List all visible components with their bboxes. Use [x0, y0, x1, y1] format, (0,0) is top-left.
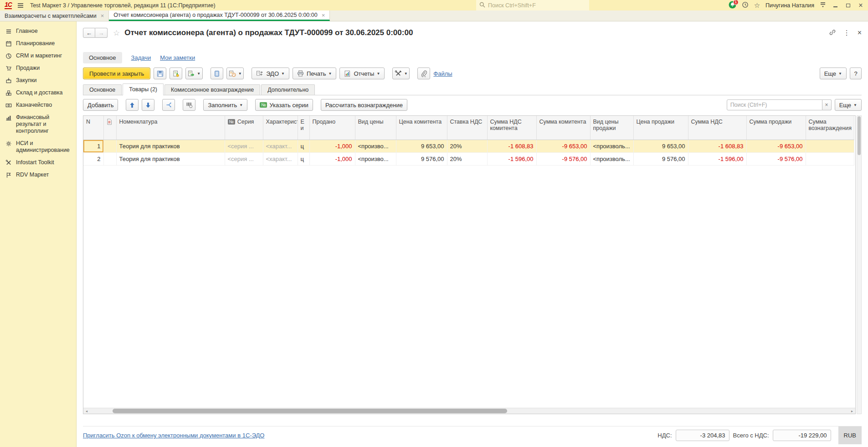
- move-down-button[interactable]: [142, 99, 154, 111]
- scroll-thumb[interactable]: [113, 409, 507, 413]
- sidebar-item-sales[interactable]: Продажи: [0, 62, 76, 74]
- column-header-vat_sum[interactable]: Сумма НДС: [688, 116, 746, 140]
- tab-close-icon[interactable]: ×: [322, 12, 325, 19]
- user-name[interactable]: Пичугина Наталия: [765, 2, 814, 9]
- more-button[interactable]: Еще▼: [820, 68, 847, 79]
- tools-button[interactable]: ▼: [392, 68, 410, 79]
- fill-button[interactable]: Заполнить▼: [203, 99, 247, 111]
- close-window-button[interactable]: ×: [857, 0, 864, 10]
- cell-sold[interactable]: -1,000: [309, 140, 355, 152]
- cell-doc[interactable]: [103, 140, 116, 152]
- history-icon[interactable]: [742, 1, 749, 10]
- main-menu-icon[interactable]: [17, 3, 24, 8]
- cell-series[interactable]: <серия ...: [225, 140, 263, 152]
- column-header-principal_price[interactable]: Цена комитента: [396, 116, 447, 140]
- cell-vat_sum[interactable]: -1 608,83: [688, 140, 746, 152]
- minimize-button[interactable]: [832, 0, 839, 10]
- horizontal-scrollbar[interactable]: ◂ ▸: [83, 408, 855, 414]
- post-and-close-button[interactable]: Провести и закрыть: [83, 68, 150, 79]
- column-header-nomenclature[interactable]: Номенклатура: [116, 116, 225, 140]
- split-button[interactable]: [162, 99, 175, 111]
- cell-characteristic[interactable]: <характ...: [263, 152, 298, 165]
- cell-vat_rate[interactable]: 20%: [447, 152, 487, 165]
- cell-nomenclature[interactable]: Теория для практиков: [116, 152, 225, 165]
- vertical-scrollbar[interactable]: [857, 115, 862, 414]
- cell-unit[interactable]: ц: [298, 152, 309, 165]
- scroll-track[interactable]: [90, 408, 849, 414]
- cell-characteristic[interactable]: <характ...: [263, 140, 298, 152]
- column-header-sold[interactable]: Продано: [309, 116, 355, 140]
- barcode-button[interactable]: [183, 99, 195, 111]
- sidebar-item-finance[interactable]: Финансовый результат и контроллинг: [0, 111, 76, 137]
- edo-invite-link[interactable]: Пригласить Ozon к обмену электронными до…: [83, 432, 264, 439]
- scroll-left-icon[interactable]: ◂: [83, 408, 90, 414]
- attachments-button[interactable]: [417, 68, 430, 79]
- cell-fee_sum[interactable]: [806, 140, 854, 152]
- cell-n[interactable]: 2: [83, 152, 103, 165]
- nav-main-chip[interactable]: Основное: [83, 52, 122, 63]
- cell-fee_sum[interactable]: [806, 152, 854, 165]
- cell-vat_sum[interactable]: -1 596,00: [688, 152, 746, 165]
- service-menu-icon[interactable]: [820, 1, 826, 9]
- edo-button[interactable]: ЭДО▼: [252, 68, 289, 79]
- column-header-vat_rate[interactable]: Ставка НДС: [447, 116, 487, 140]
- sidebar-item-warehouse[interactable]: Склад и доставка: [0, 87, 76, 99]
- sidebar-item-administration[interactable]: НСИ и администрирование: [0, 137, 76, 156]
- search-clear-icon[interactable]: ×: [822, 99, 832, 110]
- column-header-principal_sum[interactable]: Сумма комитента: [536, 116, 590, 140]
- nav-notes-link[interactable]: Мои заметки: [160, 54, 195, 61]
- vertical-scroll-thumb[interactable]: [858, 116, 861, 155]
- cell-sale_price[interactable]: 9 576,00: [633, 152, 688, 165]
- sidebar-item-purchases[interactable]: Закупки: [0, 74, 76, 87]
- cell-n[interactable]: 1: [83, 140, 103, 152]
- cell-principal_sum[interactable]: -9 576,00: [536, 152, 590, 165]
- window-tab-1[interactable]: Взаиморасчеты с маркетплейсами×: [0, 10, 109, 21]
- items-more-button[interactable]: Еще▼: [835, 99, 862, 111]
- column-header-n[interactable]: N: [83, 116, 103, 140]
- doc-tab-3[interactable]: Комиссионное вознаграждение: [164, 84, 260, 95]
- global-search-input[interactable]: Поиск Ctrl+Shift+F: [476, 0, 589, 10]
- cell-principal_price[interactable]: 9 576,00: [396, 152, 447, 165]
- cell-sale_sum[interactable]: -9 576,00: [746, 152, 806, 165]
- notifications-icon[interactable]: 1: [729, 1, 736, 10]
- nav-tasks-link[interactable]: Задачи: [131, 54, 151, 61]
- column-header-characteristic[interactable]: Характеристика: [263, 116, 298, 140]
- cell-sale_price[interactable]: 9 653,00: [633, 140, 688, 152]
- cell-nomenclature[interactable]: Теория для практиков: [116, 140, 225, 152]
- column-header-sale_price[interactable]: Цена продажи: [633, 116, 688, 140]
- items-search-input[interactable]: Поиск (Ctrl+F): [727, 99, 822, 110]
- post-document-button[interactable]: [169, 68, 182, 79]
- sidebar-item-rdv-market[interactable]: RDV Маркет: [0, 169, 76, 181]
- back-button[interactable]: ←: [83, 28, 95, 38]
- scheduled-post-button[interactable]: ▼: [226, 68, 244, 79]
- sidebar-item-home[interactable]: Главное: [0, 25, 76, 37]
- calc-fee-button[interactable]: Рассчитать вознаграждение: [321, 99, 407, 111]
- help-button[interactable]: ?: [850, 68, 862, 79]
- window-tab-2[interactable]: Отчет комиссионера (агента) о продажах Т…: [109, 10, 330, 21]
- post-document-menu-button[interactable]: ▼: [185, 68, 203, 79]
- column-header-sale_sum[interactable]: Сумма продажи: [746, 116, 806, 140]
- cell-unit[interactable]: ц: [298, 140, 309, 152]
- cell-principal_price[interactable]: 9 653,00: [396, 140, 447, 152]
- close-document-icon[interactable]: ×: [858, 29, 862, 37]
- column-header-sale_price_type[interactable]: Вид цены продажи: [590, 116, 633, 140]
- column-header-unit[interactable]: Е и: [298, 116, 309, 140]
- cell-vat_rate[interactable]: 20%: [447, 140, 487, 152]
- cell-sale_price_type[interactable]: <произволь...: [590, 140, 633, 152]
- cell-price_type[interactable]: <произво...: [355, 152, 396, 165]
- favorite-star-icon[interactable]: ☆: [113, 28, 120, 38]
- tab-close-icon[interactable]: ×: [101, 12, 104, 19]
- column-header-series[interactable]: №Серия: [225, 116, 263, 140]
- forward-button[interactable]: →: [95, 28, 108, 38]
- more-actions-icon[interactable]: ⋮: [843, 29, 850, 37]
- column-header-price_type[interactable]: Вид цены: [355, 116, 396, 140]
- restore-button[interactable]: [844, 0, 852, 10]
- sidebar-item-treasury[interactable]: Казначейство: [0, 99, 76, 111]
- cell-principal_vat_sum[interactable]: -1 608,83: [487, 140, 536, 152]
- cell-series[interactable]: <серия ...: [225, 152, 263, 165]
- column-header-fee_sum[interactable]: Сумма вознаграждения: [806, 116, 854, 140]
- subordination-structure-button[interactable]: [211, 68, 223, 79]
- favorites-icon[interactable]: ☆: [754, 1, 760, 10]
- files-link[interactable]: Файлы: [433, 70, 452, 77]
- sidebar-item-crm[interactable]: CRM и маркетинг: [0, 50, 76, 62]
